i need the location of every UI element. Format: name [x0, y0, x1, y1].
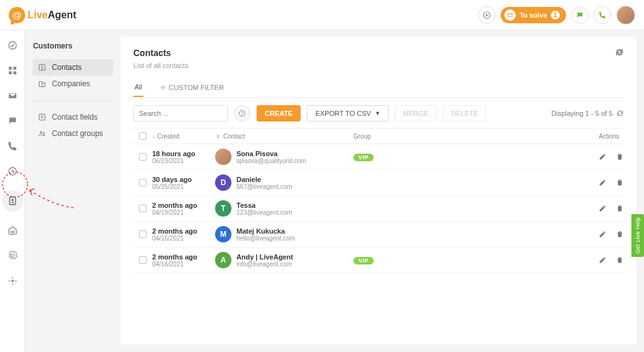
contact-avatar: T	[215, 200, 231, 217]
row-checkbox[interactable]	[139, 179, 147, 186]
sort-desc-icon: ↓	[152, 133, 155, 140]
rail-clock-icon[interactable]	[6, 165, 19, 178]
created-relative: 2 months ago	[152, 227, 215, 235]
created-relative: 30 days ago	[152, 176, 215, 183]
svg-point-16	[42, 65, 43, 67]
export-button[interactable]: EXPORT TO CSV ▼	[307, 105, 388, 122]
gear-icon	[160, 84, 166, 91]
svg-rect-3	[13, 67, 16, 70]
top-actions: To solve 1	[478, 6, 635, 25]
rail-dashboard-icon[interactable]	[6, 39, 19, 52]
search-input[interactable]	[133, 105, 228, 122]
panel-subtitle: List of all contacts	[133, 62, 188, 69]
table-row[interactable]: 30 days ago05/25/2021DDaniele567@liveage…	[133, 170, 624, 196]
row-checkbox[interactable]	[139, 153, 147, 161]
table-row[interactable]: 18 hours ago06/23/2021Sona Pisovaspisova…	[133, 144, 624, 170]
edit-icon[interactable]	[599, 230, 607, 239]
rail-mail-icon[interactable]	[6, 89, 19, 102]
edit-icon[interactable]	[599, 204, 607, 213]
tab-custom-filter[interactable]: CUSTOM FILTER	[158, 83, 225, 97]
to-solve-pill[interactable]: To solve 1	[501, 7, 566, 23]
svg-point-18	[40, 132, 43, 134]
edit-icon[interactable]	[599, 152, 607, 162]
chat-icon[interactable]	[571, 6, 589, 24]
refresh-icon[interactable]	[615, 48, 624, 59]
contact-avatar: A	[215, 252, 231, 268]
building-icon	[38, 79, 47, 88]
rail-apps-icon[interactable]	[6, 64, 19, 77]
col-created[interactable]: ↓ Created	[152, 133, 215, 140]
merge-button[interactable]: MERGE	[395, 105, 436, 122]
sidebar-item-contact-groups[interactable]: Contact groups	[33, 125, 113, 142]
delete-icon[interactable]	[616, 178, 624, 188]
sidebar-item-label: Companies	[52, 79, 90, 88]
sidebar-item-contact-fields[interactable]: Contact fields	[33, 109, 113, 125]
phone-icon[interactable]	[594, 6, 611, 24]
rail-extensions-icon[interactable]	[6, 275, 19, 287]
edit-icon[interactable]	[599, 178, 607, 188]
sidebar-item-contacts[interactable]: Contacts	[33, 59, 113, 76]
user-avatar[interactable]	[616, 6, 635, 25]
sidebar-divider	[33, 101, 113, 101]
contact-name: Sona Pisova	[236, 150, 306, 157]
select-all-checkbox[interactable]	[139, 132, 147, 140]
contact-email: 123@liveagent.com	[236, 209, 292, 216]
rail-knowledge-icon[interactable]	[6, 224, 19, 237]
svg-point-11	[12, 283, 13, 285]
sidebar-item-label: Contact groups	[52, 129, 103, 138]
created-date: 05/25/2021	[152, 183, 215, 190]
table-row[interactable]: 2 months ago04/19/2021TTessa123@liveagen…	[133, 196, 624, 222]
col-contact[interactable]: Contact	[215, 133, 353, 140]
delete-icon[interactable]	[616, 204, 624, 213]
created-date: 04/19/2021	[152, 209, 215, 216]
tab-all[interactable]: All	[133, 83, 143, 97]
contact-email: info@liveagent.com	[236, 261, 293, 268]
contact-name: Tessa	[236, 202, 292, 209]
vip-badge: VIP	[353, 154, 374, 161]
logo-bubble-icon: @	[9, 7, 25, 23]
created-relative: 18 hours ago	[152, 150, 215, 157]
add-icon[interactable]	[478, 6, 496, 24]
col-actions: Actions	[492, 133, 624, 140]
to-solve-count: 1	[551, 11, 560, 20]
toolbar: CREATE EXPORT TO CSV ▼ MERGE DELETE Disp…	[133, 98, 624, 128]
delete-icon[interactable]	[616, 152, 624, 162]
brand-logo[interactable]: @ LiveAgent	[9, 7, 76, 23]
contact-email: spisova@qualityunit.com	[236, 157, 306, 164]
contact-email: hello@liveagent.com	[236, 235, 295, 242]
filter-tabs: All CUSTOM FILTER	[133, 83, 624, 98]
svg-point-8	[11, 199, 13, 201]
sidebar-item-companies[interactable]: Companies	[33, 76, 113, 92]
created-relative: 2 months ago	[152, 253, 215, 261]
rail-contacts-icon[interactable]	[2, 190, 23, 212]
rail-chat-icon[interactable]	[6, 115, 19, 127]
rail-phone-icon[interactable]	[6, 140, 19, 152]
col-group[interactable]: Group	[353, 133, 492, 140]
sort-icon	[215, 133, 221, 139]
contact-avatar: D	[215, 174, 231, 191]
row-checkbox[interactable]	[139, 230, 147, 238]
contact-name: Daniele	[236, 176, 292, 183]
row-checkbox[interactable]	[139, 205, 147, 212]
rail-settings-icon[interactable]	[6, 249, 19, 262]
row-checkbox[interactable]	[139, 256, 147, 264]
live-help-tab[interactable]: Get Live Help	[631, 214, 644, 257]
create-button[interactable]: CREATE	[257, 105, 301, 122]
contacts-panel: Contacts List of all contacts All CUSTOM…	[121, 37, 636, 344]
contact-card-icon	[38, 63, 47, 72]
edit-icon[interactable]	[599, 256, 607, 265]
delete-icon[interactable]	[616, 256, 624, 265]
refresh-small-icon[interactable]	[616, 110, 624, 117]
svg-point-1	[9, 42, 16, 49]
table-body: 18 hours ago06/23/2021Sona Pisovaspisova…	[133, 144, 624, 273]
created-date: 06/23/2021	[152, 157, 215, 164]
svg-point-9	[11, 280, 14, 282]
table-row[interactable]: 2 months ago04/16/2021AAndy | LiveAgenti…	[133, 247, 624, 273]
table-header: ↓ Created Contact Group Actions	[133, 128, 624, 144]
contact-avatar: M	[215, 226, 231, 242]
history-icon[interactable]	[234, 105, 250, 122]
table-row[interactable]: 2 months ago04/16/2021MMatej Kukuckahell…	[133, 222, 624, 247]
delete-icon[interactable]	[616, 230, 624, 239]
delete-button[interactable]: DELETE	[443, 105, 486, 122]
created-date: 04/16/2021	[152, 235, 215, 242]
